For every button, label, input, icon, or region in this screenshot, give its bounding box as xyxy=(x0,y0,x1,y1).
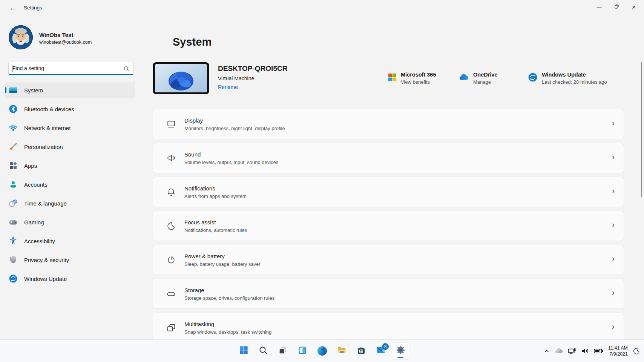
back-icon: ← xyxy=(9,4,16,12)
sidebar-item-time-language[interactable]: Time & language xyxy=(5,195,135,212)
rename-link[interactable]: Rename xyxy=(218,84,238,90)
view-benefits-link[interactable]: View benefits xyxy=(401,79,436,85)
profile-email: winobstest@outlook.com xyxy=(39,40,92,45)
sidebar-item-label: Network & internet xyxy=(24,125,71,131)
main-content: System DESKTOP-QROI5CR Virtual Machine xyxy=(141,15,644,339)
start-button[interactable] xyxy=(235,343,252,359)
storage-icon xyxy=(166,289,176,299)
sidebar-item-network-internet[interactable]: Network & internet xyxy=(5,120,135,136)
battery-tray-icon[interactable] xyxy=(594,344,603,359)
privacy-security-icon xyxy=(9,255,18,264)
focus-assist-icon xyxy=(166,221,176,231)
task-view-icon xyxy=(278,346,287,356)
sidebar-item-label: Apps xyxy=(24,163,37,169)
card-display[interactable]: Display Monitors, brightness, night ligh… xyxy=(153,109,624,139)
task-view-button[interactable] xyxy=(274,343,291,359)
onedrive-icon xyxy=(458,74,469,83)
device-type: Virtual Machine xyxy=(218,75,287,81)
chevron-right-icon: › xyxy=(612,118,615,128)
volume-tray-icon[interactable] xyxy=(581,344,589,359)
sidebar-item-label: Accounts xyxy=(24,181,48,188)
minimize-button[interactable]: — xyxy=(590,0,608,14)
close-icon: ✕ xyxy=(632,5,636,10)
device-thumbnail xyxy=(153,62,209,96)
power-icon xyxy=(166,255,176,265)
apps-icon xyxy=(9,161,18,170)
chevron-right-icon: › xyxy=(612,254,615,264)
chevron-right-icon: › xyxy=(612,152,615,162)
card-subtitle: Snap windows, desktops, task switching xyxy=(184,329,271,335)
sidebar-item-accessibility[interactable]: Accessibility xyxy=(5,233,135,249)
time-language-icon xyxy=(9,199,18,208)
card-focus-assist[interactable]: Focus assist Notifications, automatic ru… xyxy=(153,211,624,241)
profile-card[interactable]: WinObs Test winobstest@outlook.com xyxy=(8,25,141,51)
device-info: DESKTOP-QROI5CR Virtual Machine Rename xyxy=(218,64,287,90)
restore-button[interactable] xyxy=(608,0,625,14)
sidebar: WinObs Test winobstest@outlook.com Syste… xyxy=(0,15,141,339)
widgets-icon xyxy=(298,346,307,356)
card-multitasking[interactable]: Multitasking Snap windows, desktops, tas… xyxy=(153,313,624,339)
onedrive-tray-icon[interactable] xyxy=(555,344,563,359)
card-subtitle: Notifications, automatic rules xyxy=(184,227,247,233)
network-tray-icon[interactable] xyxy=(568,344,576,359)
edge-button[interactable] xyxy=(314,343,330,359)
chevron-right-icon: › xyxy=(612,220,615,230)
card-title: Sound xyxy=(184,151,278,158)
windows-update-icon xyxy=(9,274,18,283)
mail-button[interactable]: 8 xyxy=(373,343,389,359)
search-input[interactable] xyxy=(12,62,118,74)
system-icon xyxy=(9,86,18,95)
card-storage[interactable]: Storage Storage space, drives, configura… xyxy=(153,279,624,309)
sidebar-item-privacy-security[interactable]: Privacy & security xyxy=(5,252,135,268)
page-title: System xyxy=(173,36,644,48)
microsoft-store-button[interactable] xyxy=(353,343,370,359)
card-title: Multitasking xyxy=(184,321,271,327)
quick-link-title: OneDrive xyxy=(473,72,497,78)
settings-cards: Display Monitors, brightness, night ligh… xyxy=(153,109,624,339)
back-button[interactable]: ← xyxy=(6,3,19,13)
file-explorer-icon xyxy=(337,345,347,356)
close-button[interactable]: ✕ xyxy=(625,0,642,14)
minimize-icon: — xyxy=(597,5,602,10)
card-subtitle: Storage space, drives, configuration rul… xyxy=(184,295,274,301)
card-subtitle: Volume levels, output, input, sound devi… xyxy=(184,160,278,165)
widgets-button[interactable] xyxy=(294,343,311,359)
sidebar-item-apps[interactable]: Apps xyxy=(5,157,135,174)
tray-chevron-up-icon[interactable] xyxy=(544,344,550,359)
quick-link-onedrive: OneDrive Manage xyxy=(458,70,497,86)
card-notifications[interactable]: Notifications Alerts from apps and syste… xyxy=(153,177,624,207)
sidebar-item-bluetooth-devices[interactable]: Bluetooth & devices xyxy=(5,101,135,117)
system-tray: 11:41 AM 7/9/2021 xyxy=(544,340,640,362)
card-sound[interactable]: Sound Volume levels, output, input, soun… xyxy=(153,143,624,173)
sidebar-item-label: Accessibility xyxy=(24,238,55,244)
display-icon xyxy=(166,119,176,129)
focus-assist-moon-icon[interactable] xyxy=(633,344,640,359)
sidebar-item-gaming[interactable]: Gaming xyxy=(5,214,135,230)
bluetooth-icon xyxy=(9,104,18,114)
sidebar-item-windows-update[interactable]: Windows Update xyxy=(5,270,135,287)
scrollbar-thumb[interactable] xyxy=(641,62,642,197)
window-title: Settings xyxy=(24,5,42,11)
file-explorer-button[interactable] xyxy=(333,343,350,359)
sidebar-item-system[interactable]: System xyxy=(5,82,135,98)
windows-start-icon xyxy=(239,345,248,356)
quick-link-title: Microsoft 365 xyxy=(401,72,436,78)
last-checked-status: Last checked: 28 minutes ago xyxy=(542,79,607,85)
device-header: DESKTOP-QROI5CR Virtual Machine Rename M… xyxy=(153,62,624,94)
card-title: Display xyxy=(184,117,285,124)
chevron-right-icon: › xyxy=(612,322,615,332)
restore-icon xyxy=(614,4,619,11)
clock[interactable]: 11:41 AM 7/9/2021 xyxy=(608,345,628,357)
quick-link-windows-update: Windows Update Last checked: 28 minutes … xyxy=(528,70,607,86)
settings-button[interactable] xyxy=(392,343,409,359)
taskbar-search-button[interactable] xyxy=(255,343,271,359)
card-power-battery[interactable]: Power & battery Sleep, battery usage, ba… xyxy=(153,245,624,275)
sidebar-item-accounts[interactable]: Accounts xyxy=(5,176,135,193)
manage-link[interactable]: Manage xyxy=(473,79,497,85)
personalization-icon xyxy=(9,142,18,151)
sidebar-item-personalization[interactable]: Personalization xyxy=(5,138,135,155)
device-name: DESKTOP-QROI5CR xyxy=(218,64,287,73)
avatar xyxy=(8,25,33,51)
profile-name: WinObs Test xyxy=(39,32,92,38)
card-title: Focus assist xyxy=(184,219,247,225)
